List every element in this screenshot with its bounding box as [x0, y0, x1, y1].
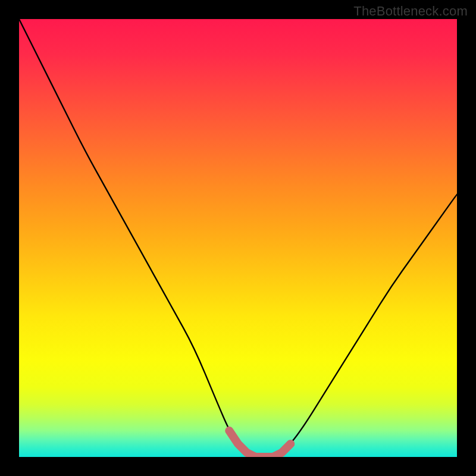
watermark-text: TheBottleneck.com	[353, 4, 468, 19]
highlight-segment	[229, 431, 290, 457]
plot-area	[19, 19, 457, 457]
curve-path	[19, 19, 457, 457]
chart-frame: TheBottleneck.com	[0, 0, 476, 476]
bottleneck-curve	[19, 19, 457, 457]
